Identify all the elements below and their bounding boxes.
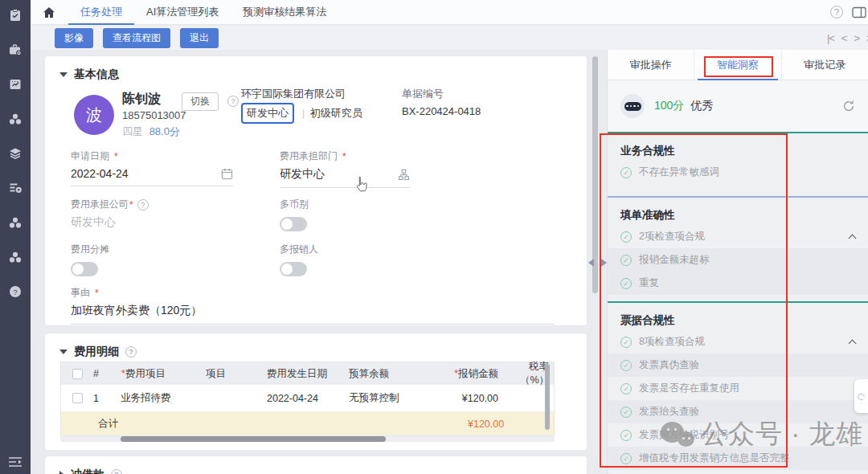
offset-loan-help-icon[interactable]: ? [111, 469, 122, 474]
total-label: 合计 [88, 417, 306, 431]
prev-page-icon[interactable]: < [841, 32, 847, 44]
cost-split-toggle[interactable] [71, 262, 98, 276]
check-circle-icon: ✓ [620, 430, 632, 441]
scrollbar-thumb[interactable] [121, 436, 386, 442]
basic-info-card: 基本信息 波 陈钊波 切换 ? 18575013007 四星 88.0分 环宇国… [45, 56, 587, 325]
insight-score: 100分 [654, 99, 684, 113]
svg-text:?: ? [13, 288, 17, 296]
collapse-caret-icon [59, 349, 68, 354]
tab-approval-records[interactable]: 审批记录 [782, 50, 868, 80]
chevron-up-icon[interactable] [849, 339, 857, 347]
panel-expand-left-icon[interactable] [584, 259, 594, 267]
help-icon[interactable]: ? [830, 6, 843, 18]
tab-task-processing[interactable]: 任务处理 [68, 0, 134, 25]
first-page-icon[interactable]: |< [827, 32, 834, 44]
col-project: 项目 [206, 367, 267, 381]
divider-pipe: | [302, 107, 305, 119]
briefcase-settings-icon[interactable] [7, 42, 23, 58]
collapse-menu-icon[interactable] [0, 454, 31, 470]
check-summary-row: ✓ 2项检查项合规 [608, 225, 868, 248]
sidebar-help-icon[interactable]: ? [7, 284, 23, 300]
employee-phone: 18575013007 [122, 109, 186, 121]
org-tree-icon[interactable] [398, 169, 410, 181]
offset-loan-card: 冲借款 ? [45, 456, 587, 474]
tab-smart-insight[interactable]: 智能洞察 [694, 50, 781, 80]
image-button[interactable]: 影像 [55, 28, 93, 48]
expense-detail-help-icon[interactable]: ? [125, 346, 137, 358]
table-vertical-scrollbar[interactable] [545, 364, 550, 430]
exit-button[interactable]: 退出 [180, 28, 219, 48]
view-flowchart-button[interactable]: 查看流程图 [103, 28, 170, 48]
check-summary-row: ✓ 8项检查项合规 [608, 330, 868, 353]
apply-date-input[interactable]: 2022-04-24 [71, 167, 233, 186]
company-block: 环宇国际集团有限公司 研发中心 | 初级研究员 [241, 85, 362, 124]
tasks-clipboard-icon[interactable] [7, 7, 23, 23]
report-chart-icon[interactable] [7, 76, 23, 92]
expense-detail-header[interactable]: 费用明细 ? [45, 333, 587, 359]
col-expense-item: *费用项目 [121, 367, 206, 381]
switch-button[interactable]: 切换 [182, 92, 219, 111]
avatar: 波 [74, 95, 114, 135]
tab-predict-audit-algorithm[interactable]: 预测审核结果算法 [231, 0, 338, 25]
refresh-icon[interactable] [842, 100, 855, 112]
basic-info-header[interactable]: 基本信息 [45, 56, 587, 82]
offset-loan-header[interactable]: 冲借款 ? [45, 456, 587, 474]
insight-grade: 优秀 [690, 99, 713, 113]
check-item: ✓ 发票购方纳税识别号 [608, 423, 868, 447]
floating-assistant-button[interactable] [854, 379, 868, 413]
layout-panel-icon[interactable] [852, 6, 866, 18]
insight-score-row: 100分 优秀 [608, 80, 868, 133]
calendar-icon[interactable] [221, 168, 233, 180]
cost-dept-input[interactable]: 研发中心 [280, 167, 410, 188]
team-icon[interactable] [7, 111, 23, 127]
ai-score-badge-icon [620, 94, 645, 118]
multi-currency-toggle[interactable] [280, 217, 307, 231]
switch-help-icon[interactable]: ? [227, 96, 239, 107]
top-nav-bar: 任务处理 AI算法管理列表 预测审核结果算法 ? [31, 0, 868, 25]
home-icon[interactable] [43, 6, 55, 18]
check-item: ✓ 不存在异常敏感词 [608, 161, 868, 184]
col-expense-date: 费用发生日期 [267, 367, 349, 381]
insight-sections: 业务合规性 ✓ 不存在异常敏感词 填单准确性 ✓ 2项检查项合规 ✓ 报销金额未… [608, 133, 868, 470]
tab-ai-algorithm-list[interactable]: AI算法管理列表 [134, 0, 231, 25]
col-claim-amount: *报销金额 [428, 367, 510, 381]
apply-date-field: 申请日期* 2022-04-24 [71, 149, 233, 186]
section-title: 基本信息 [74, 67, 119, 82]
section-form-accuracy: 填单准确性 [608, 198, 868, 225]
table-total-row: 合计 ¥120.00 [61, 412, 554, 435]
multi-currency-field: 多币别 [280, 198, 442, 231]
tab-approval-actions[interactable]: 审批操作 [608, 50, 694, 80]
check-circle-icon: ✓ [620, 383, 632, 394]
layers-icon[interactable] [7, 145, 23, 161]
app-sidebar: ? [0, 0, 31, 474]
cell-budget-balance: 无预算控制 [349, 391, 428, 405]
cost-company-help-icon[interactable]: ? [137, 199, 149, 210]
scrollbar-thumb[interactable] [592, 56, 598, 293]
multi-claimant-toggle[interactable] [280, 262, 307, 276]
team-2-icon[interactable] [7, 215, 23, 231]
cost-company-field: 费用承担公司* ? 研发中心 [71, 198, 233, 230]
pagination: |< < > >| [827, 32, 868, 44]
select-all-checkbox[interactable] [72, 369, 83, 379]
cell-expense-date: 2022-04-24 [267, 393, 349, 404]
employee-name: 陈钊波 [122, 91, 161, 108]
cost-company-value: 研发中心 [71, 215, 233, 230]
check-item: ✓ 发票真伪查验 [608, 353, 868, 377]
cost-split-field: 费用分摊 [71, 243, 233, 276]
list-settings-icon[interactable] [7, 180, 23, 196]
star-level: 四星 [122, 125, 143, 137]
multi-claimant-field: 多报销人 [280, 243, 442, 276]
check-circle-icon: ✓ [620, 337, 632, 348]
next-page-icon[interactable]: > [854, 32, 859, 44]
row-checkbox[interactable] [72, 393, 83, 403]
team-3-icon[interactable] [7, 249, 23, 265]
apply-date-label: 申请日期 [71, 149, 109, 163]
check-item: ✓ 报销金额未超标 [608, 248, 868, 272]
department-tag[interactable]: 研发中心 [241, 103, 294, 124]
chevron-up-icon[interactable] [849, 234, 857, 242]
reason-input[interactable]: 加班夜宵外卖费（120元） [71, 304, 555, 325]
table-horizontal-scrollbar[interactable] [60, 436, 555, 442]
check-item: ✓ 增值税专用发票销方信息是否完整 [608, 447, 868, 470]
table-row[interactable]: 1 业务招待费 2022-04-24 无预算控制 ¥120.00 [61, 385, 554, 412]
panel-collapse-right-icon[interactable] [601, 259, 611, 267]
